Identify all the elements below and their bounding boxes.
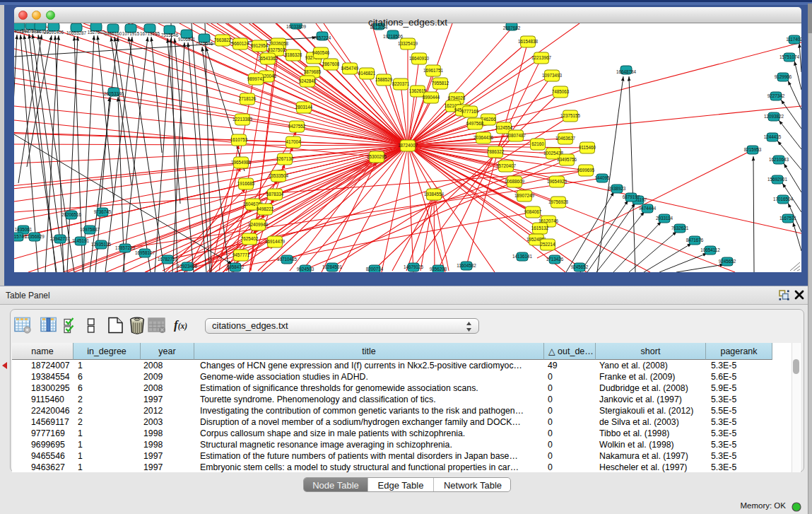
- svg-text:8454749: 8454749: [341, 66, 359, 71]
- svg-text:9736745: 9736745: [94, 209, 112, 214]
- svg-text:7625402: 7625402: [241, 236, 259, 241]
- svg-text:7515546: 7515546: [196, 41, 213, 46]
- svg-text:12923468: 12923468: [177, 264, 198, 269]
- svg-text:3267130: 3267130: [276, 156, 294, 161]
- svg-text:1167531: 1167531: [779, 216, 797, 221]
- svg-text:9146821: 9146821: [358, 71, 376, 76]
- svg-text:16961751: 16961751: [423, 68, 444, 73]
- svg-text:6466160: 6466160: [105, 31, 122, 36]
- svg-text:1588529: 1588529: [375, 77, 393, 82]
- svg-text:15692901: 15692901: [767, 177, 788, 182]
- svg-text:9457771: 9457771: [233, 252, 250, 257]
- svg-text:15720407: 15720407: [496, 163, 517, 168]
- svg-text:13710485: 13710485: [277, 257, 298, 262]
- svg-text:10284501: 10284501: [322, 264, 343, 269]
- svg-text:9084067: 9084067: [524, 209, 542, 214]
- svg-text:13325419: 13325419: [398, 41, 418, 46]
- svg-text:7485063: 7485063: [552, 89, 570, 94]
- svg-text:16543362: 16543362: [258, 56, 278, 61]
- svg-text:20364436: 20364436: [473, 135, 494, 140]
- svg-text:15300295: 15300295: [367, 154, 387, 159]
- svg-text:8471676: 8471676: [686, 238, 704, 243]
- svg-text:62160: 62160: [531, 141, 544, 146]
- svg-text:2803144: 2803144: [295, 105, 313, 110]
- svg-text:1615132: 1615132: [531, 226, 549, 230]
- svg-text:10653287: 10653287: [66, 30, 87, 35]
- svg-text:10807487: 10807487: [506, 133, 526, 138]
- svg-text:8215953: 8215953: [744, 147, 762, 152]
- svg-text:18724007: 18724007: [398, 143, 418, 148]
- svg-text:16713155: 16713155: [140, 31, 160, 36]
- svg-text:26206516: 26206516: [61, 212, 82, 217]
- svg-text:9227342: 9227342: [767, 93, 785, 98]
- svg-text:417004: 417004: [286, 139, 301, 144]
- svg-text:16154838: 16154838: [518, 39, 539, 44]
- svg-text:6497568: 6497568: [466, 121, 484, 126]
- svg-text:9699695: 9699695: [577, 168, 595, 173]
- svg-text:7955812: 7955812: [432, 81, 449, 86]
- svg-text:6794028: 6794028: [448, 95, 466, 100]
- svg-text:7515546: 7515546: [161, 33, 179, 37]
- svg-text:12213383: 12213383: [233, 117, 253, 122]
- svg-text:20691406: 20691406: [44, 30, 64, 35]
- svg-text:2867608: 2867608: [322, 62, 340, 66]
- svg-text:7663822: 7663822: [214, 37, 232, 42]
- svg-text:16958107: 16958107: [135, 250, 155, 255]
- svg-text:16782759: 16782759: [158, 257, 178, 262]
- svg-text:5878334: 5878334: [266, 192, 284, 197]
- svg-text:10654112: 10654112: [700, 247, 720, 252]
- svg-text:1527602: 1527602: [88, 30, 105, 35]
- svg-text:1117402: 1117402: [786, 37, 801, 42]
- svg-text:1610753: 1610753: [230, 137, 248, 142]
- svg-text:11356829: 11356829: [25, 234, 45, 239]
- svg-text:9924503: 9924503: [297, 267, 314, 271]
- svg-text:19654923: 19654923: [547, 179, 567, 184]
- svg-text:9242848: 9242848: [299, 78, 317, 83]
- svg-text:19218506: 19218506: [383, 34, 404, 39]
- svg-text:8958472: 8958472: [227, 264, 245, 269]
- svg-text:8186328: 8186328: [285, 52, 302, 57]
- svg-text:8220371: 8220371: [392, 81, 410, 86]
- svg-text:19756928: 19756928: [548, 199, 569, 204]
- svg-text:10688609: 10688609: [505, 179, 525, 184]
- svg-text:23942737: 23942737: [50, 236, 71, 241]
- svg-text:10463627: 10463627: [555, 136, 576, 141]
- svg-text:13495756: 13495756: [557, 157, 577, 162]
- svg-text:1435061: 1435061: [15, 227, 33, 232]
- svg-text:9106811: 9106811: [178, 37, 196, 42]
- svg-text:3879685: 3879685: [304, 69, 322, 74]
- svg-text:17857223: 17857223: [115, 245, 136, 250]
- svg-text:9777169: 9777169: [461, 109, 479, 114]
- svg-text:252214: 252214: [540, 242, 555, 247]
- svg-text:18907249: 18907249: [514, 193, 535, 198]
- svg-text:144095: 144095: [594, 175, 610, 180]
- svg-text:9115460: 9115460: [579, 145, 596, 150]
- svg-text:16914479: 16914479: [265, 239, 286, 244]
- svg-text:16210643: 16210643: [769, 157, 789, 162]
- svg-text:7886322: 7886322: [487, 149, 505, 154]
- svg-text:9899741: 9899741: [247, 76, 265, 81]
- svg-text:12375155: 12375155: [560, 113, 581, 118]
- svg-text:9356208: 9356208: [430, 267, 447, 271]
- svg-text:9460546: 9460546: [312, 50, 330, 55]
- svg-text:1071915: 1071915: [122, 31, 140, 36]
- svg-text:12093822: 12093822: [764, 114, 784, 119]
- svg-text:6879197: 6879197: [623, 194, 640, 199]
- svg-text:9245652: 9245652: [571, 264, 589, 269]
- svg-text:14679125: 14679125: [404, 264, 424, 269]
- svg-text:2933114: 2933114: [656, 216, 673, 221]
- svg-text:1916685: 1916685: [237, 181, 255, 186]
- svg-text:12935135: 12935135: [91, 242, 112, 247]
- svg-text:8938923: 8938923: [608, 186, 626, 191]
- svg-text:2718126: 2718126: [239, 96, 257, 101]
- svg-text:9498222: 9498222: [257, 206, 274, 211]
- svg-text:13533504: 13533504: [269, 173, 289, 178]
- svg-text:17016504: 17016504: [773, 197, 794, 201]
- svg-text:3124554: 3124554: [495, 125, 513, 130]
- svg-text:10975887: 10975887: [80, 227, 100, 232]
- svg-text:8200714: 8200714: [366, 267, 384, 271]
- svg-text:15751074: 15751074: [779, 54, 800, 59]
- svg-text:12213967: 12213967: [531, 55, 552, 60]
- svg-text:10973493: 10973493: [542, 73, 563, 78]
- svg-text:9327503: 9327503: [268, 47, 286, 52]
